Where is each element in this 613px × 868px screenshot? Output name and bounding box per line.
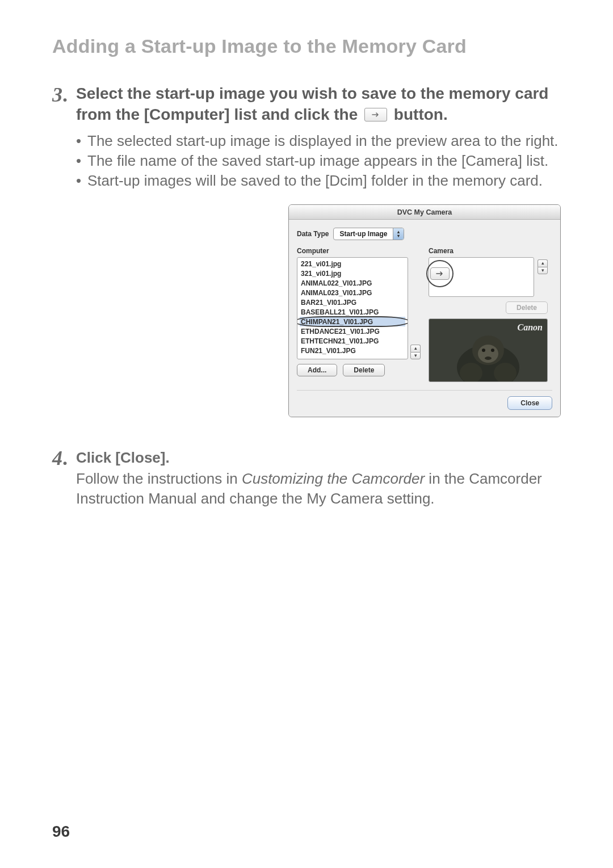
list-item[interactable]: 221_vi01.jpg: [300, 259, 405, 269]
stepper-down-icon[interactable]: ▾: [410, 352, 421, 360]
stepper-up-icon[interactable]: ▴: [410, 345, 421, 352]
computer-file-list[interactable]: 221_vi01.jpg 321_vi01.jpg ANIMAL022_VI01…: [297, 257, 408, 359]
list-item[interactable]: BASEBALL21_VI01.JPG: [300, 307, 405, 317]
list-item[interactable]: FUN21_VI01.JPG: [300, 346, 405, 355]
list-item-selected[interactable]: CHIMPAN21_VI01.JPG: [300, 317, 405, 326]
computer-delete-button[interactable]: Delete: [343, 364, 385, 376]
camera-list-label: Camera: [429, 247, 548, 255]
svg-point-2: [478, 345, 498, 363]
section-title: Adding a Start-up Image to the Memory Ca…: [52, 35, 561, 57]
step-4-number: 4.: [52, 448, 76, 468]
camera-list-stepper[interactable]: ▴ ▾: [538, 259, 548, 274]
data-type-label: Data Type: [297, 230, 329, 238]
stepper-up-icon[interactable]: ▴: [538, 259, 548, 267]
list-item[interactable]: ANIMAL022_VI01.JPG: [300, 278, 405, 288]
list-item[interactable]: ANIMAL023_VI01.JPG: [300, 288, 405, 297]
step-3-number: 3.: [52, 85, 76, 105]
cross-reference: Customizing the Camcorder: [242, 470, 425, 487]
preview-image-gorilla: [448, 328, 528, 381]
data-type-select[interactable]: Start-up Image ▴▾: [333, 228, 404, 240]
select-arrows-icon: ▴▾: [393, 228, 404, 240]
transfer-right-button[interactable]: [430, 267, 450, 280]
list-item[interactable]: ETHDANCE21_VI01.JPG: [300, 326, 405, 336]
bullet-item: The selected start-up image is displayed…: [76, 131, 561, 151]
bullet-item: Start-up images will be saved to the [Dc…: [76, 171, 561, 191]
transfer-button-highlight: [426, 260, 454, 287]
list-item[interactable]: BAR21_VI01.JPG: [300, 297, 405, 307]
transfer-right-icon: [364, 108, 387, 121]
computer-list-label: Computer: [297, 247, 421, 255]
close-button[interactable]: Close: [507, 396, 552, 410]
preview-area: Canon: [429, 318, 548, 382]
step-3-bullets: The selected start-up image is displayed…: [76, 131, 561, 191]
window-title: DVC My Camera: [289, 205, 560, 220]
computer-list-stepper[interactable]: ▴ ▾: [410, 345, 421, 359]
list-item[interactable]: ETHTECHN21_VI01.JPG: [300, 336, 405, 346]
svg-point-4: [491, 349, 494, 352]
step-4-heading: Click [Close].: [76, 448, 561, 468]
stepper-down-icon[interactable]: ▾: [538, 267, 548, 275]
dvc-my-camera-window: DVC My Camera Data Type Start-up Image ▴…: [288, 204, 561, 417]
add-button[interactable]: Add...: [297, 364, 337, 376]
step-3-heading: Select the start-up image you wish to sa…: [76, 83, 561, 125]
step-4-body: Follow the instructions in Customizing t…: [76, 469, 561, 509]
data-type-select-value: Start-up Image: [334, 230, 393, 238]
page-number: 96: [52, 823, 70, 841]
list-item[interactable]: 321_vi01.jpg: [300, 269, 405, 278]
svg-point-5: [485, 357, 492, 360]
bullet-item: The file name of the saved start-up imag…: [76, 151, 561, 171]
camera-delete-button[interactable]: Delete: [506, 301, 548, 314]
svg-point-3: [482, 349, 485, 352]
